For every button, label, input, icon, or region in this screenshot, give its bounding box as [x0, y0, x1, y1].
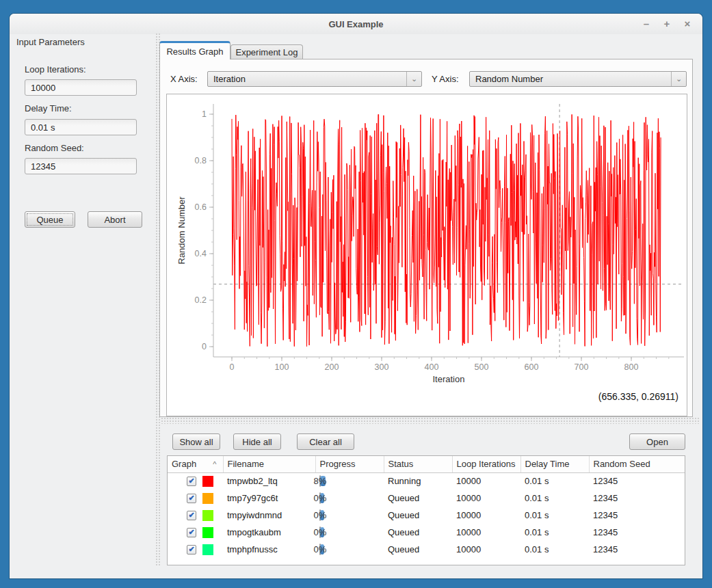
loop-iterations-cell: 10000 — [452, 524, 520, 541]
column-header-random-seed[interactable]: Random Seed — [589, 456, 685, 472]
svg-text:500: 500 — [475, 362, 489, 372]
loop-iterations-cell: 10000 — [452, 507, 520, 524]
tab-results-graph[interactable]: Results Graph — [159, 41, 230, 59]
input-parameters-heading: Input Parameters — [16, 37, 85, 47]
y-axis-combobox-value: Random Number — [470, 74, 671, 84]
column-header-graph[interactable]: Graph^ — [168, 456, 223, 472]
random-seed-input[interactable] — [25, 158, 137, 174]
svg-text:200: 200 — [325, 362, 339, 372]
graph-visible-checkbox[interactable]: ✔ — [187, 477, 196, 486]
x-axis-label: X Axis: — [170, 74, 198, 84]
graph-visible-checkbox[interactable]: ✔ — [187, 511, 196, 520]
filename-cell: tmpwbb2_ltq — [223, 472, 315, 490]
svg-text:1: 1 — [202, 109, 207, 119]
loop-iterations-cell: 10000 — [452, 541, 520, 558]
svg-text:Random Number: Random Number — [176, 196, 187, 265]
status-cell: Queued — [384, 524, 452, 541]
tab-experiment-log[interactable]: Experiment Log — [230, 44, 303, 59]
sort-ascending-icon: ^ — [213, 460, 216, 468]
series-color-swatch — [202, 493, 213, 504]
column-header-status[interactable]: Status — [384, 456, 452, 472]
table-row[interactable]: ✔tmpwbb2_ltq8%Running100000.01 s12345 — [168, 472, 685, 490]
progress-bar: 0% — [319, 509, 321, 521]
show-all-button[interactable]: Show all — [172, 433, 220, 450]
desktop: { "window": { "title": "GUI Example", "c… — [0, 0, 712, 588]
column-header-progress[interactable]: Progress — [315, 456, 384, 472]
close-icon[interactable]: × — [682, 18, 693, 29]
column-header-filename[interactable]: Filename — [223, 456, 315, 472]
window-controls: – + × — [641, 14, 693, 34]
delay-time-label: Delay Time: — [25, 103, 72, 113]
horizontal-splitter-handle[interactable] — [161, 417, 700, 424]
svg-text:(656.335, 0.26911): (656.335, 0.26911) — [598, 391, 678, 402]
filename-cell: tmphpfnussc — [223, 541, 315, 558]
column-header-delay-time[interactable]: Delay Time — [520, 456, 589, 472]
svg-text:0: 0 — [230, 362, 235, 372]
delay-time-cell: 0.01 s — [520, 524, 589, 541]
random-seed-cell: 12345 — [589, 472, 685, 490]
x-axis-combobox-value: Iteration — [208, 74, 406, 84]
random-seed-cell: 12345 — [589, 490, 685, 507]
column-header-loop-iterations[interactable]: Loop Iterations — [452, 456, 520, 472]
experiments-table: Graph^ Filename Progress Status Loop Ite… — [167, 455, 685, 565]
svg-text:0.6: 0.6 — [195, 202, 207, 212]
svg-text:100: 100 — [275, 362, 289, 372]
y-axis-combobox[interactable]: Random Number ⌄ — [469, 71, 687, 87]
series-color-swatch — [202, 510, 213, 521]
plot-panel[interactable]: 00.20.40.60.810100200300400500600700800I… — [166, 94, 687, 416]
hide-all-button[interactable]: Hide all — [233, 433, 281, 450]
table-row[interactable]: ✔tmp7y97gc6t0%Queued100000.01 s12345 — [168, 490, 685, 507]
title-bar[interactable]: GUI Example – + × — [10, 14, 702, 34]
y-axis-label: Y Axis: — [432, 74, 459, 84]
clear-all-button[interactable]: Clear all — [297, 433, 354, 450]
abort-button[interactable]: Abort — [88, 211, 142, 228]
svg-text:800: 800 — [624, 362, 639, 372]
status-cell: Running — [384, 472, 452, 490]
filename-cell: tmp7y97gc6t — [223, 490, 315, 507]
table-header-row: Graph^ Filename Progress Status Loop Ite… — [168, 456, 685, 472]
progress-bar: 0% — [319, 526, 321, 538]
x-axis-combobox[interactable]: Iteration ⌄ — [207, 71, 422, 87]
delay-time-input[interactable] — [25, 119, 137, 135]
svg-text:0.4: 0.4 — [195, 249, 207, 258]
svg-text:0: 0 — [202, 342, 207, 351]
svg-text:600: 600 — [525, 362, 539, 372]
delay-time-cell: 0.01 s — [520, 541, 589, 558]
delay-time-cell: 0.01 s — [520, 507, 589, 524]
graph-visible-checkbox[interactable]: ✔ — [187, 494, 196, 503]
chevron-down-icon: ⌄ — [406, 72, 421, 86]
status-cell: Queued — [384, 490, 452, 507]
loop-iterations-input[interactable] — [25, 79, 137, 96]
delay-time-cell: 0.01 s — [520, 472, 589, 490]
svg-text:400: 400 — [425, 362, 439, 372]
delay-time-cell: 0.01 s — [520, 490, 589, 507]
app-window: GUI Example – + × Input Parameters Loop … — [10, 14, 702, 578]
status-cell: Queued — [384, 507, 452, 524]
open-button[interactable]: Open — [629, 433, 685, 450]
queue-button-label: Queue — [27, 213, 73, 226]
table-row[interactable]: ✔tmpogtkaubm0%Queued100000.01 s12345 — [168, 524, 685, 541]
queue-button[interactable]: Queue — [25, 211, 75, 228]
series-color-swatch — [202, 544, 213, 555]
graph-visible-checkbox[interactable]: ✔ — [187, 545, 196, 554]
progress-bar: 0% — [319, 492, 321, 504]
loop-iterations-cell: 10000 — [452, 472, 520, 490]
table-row[interactable]: ✔tmphpfnussc0%Queued100000.01 s12345 — [168, 541, 685, 558]
input-parameters-panel: Input Parameters Loop Iterations: Delay … — [10, 34, 155, 578]
maximize-icon[interactable]: + — [661, 18, 672, 29]
progress-bar: 8% — [319, 475, 321, 487]
results-plot[interactable]: 00.20.40.60.810100200300400500600700800I… — [167, 94, 687, 416]
minimize-icon[interactable]: – — [641, 18, 652, 29]
random-seed-label: Random Seed: — [25, 143, 84, 153]
progress-bar: 0% — [319, 544, 321, 555]
window-title: GUI Example — [328, 19, 383, 29]
svg-text:300: 300 — [375, 362, 389, 372]
table-row[interactable]: ✔tmpyiwdnmnd0%Queued100000.01 s12345 — [168, 507, 685, 524]
series-color-swatch — [202, 527, 213, 538]
graph-visible-checkbox[interactable]: ✔ — [187, 528, 196, 537]
loop-iterations-cell: 10000 — [452, 490, 520, 507]
svg-text:Iteration: Iteration — [433, 374, 465, 384]
results-graph-pane: X Axis: Iteration ⌄ Y Axis: Random Numbe… — [159, 59, 693, 417]
loop-iterations-label: Loop Iterations: — [25, 64, 86, 75]
svg-text:0.8: 0.8 — [195, 156, 207, 165]
